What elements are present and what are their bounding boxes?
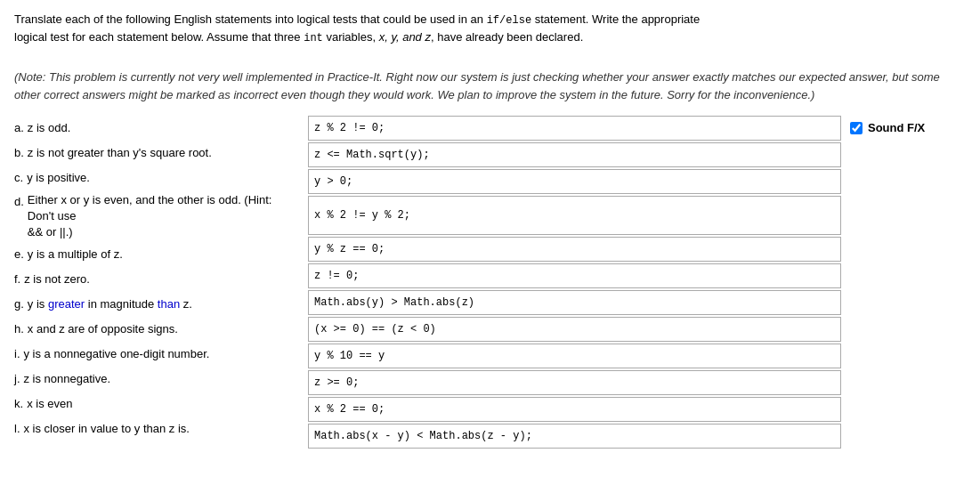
statement-i: i. y is a nonnegative one-digit number. <box>14 343 299 368</box>
text-e: y is a multiple of z. <box>28 247 123 263</box>
main-layout: a. z is odd. b. z is not greater than y'… <box>14 116 966 450</box>
text-j: z is nonnegative. <box>24 371 111 387</box>
intro-line1b: statement. Write the appropriate <box>531 12 700 26</box>
intro-line1: Translate each of the following English … <box>14 12 487 26</box>
prefix-a: a. <box>14 120 24 136</box>
prefix-h: h. <box>14 321 24 337</box>
prefix-l: l. <box>14 421 20 437</box>
answer-c[interactable] <box>308 169 841 194</box>
prefix-e: e. <box>14 247 24 263</box>
prefix-g: g. <box>14 296 24 312</box>
answer-b[interactable] <box>308 142 841 167</box>
text-d: Either x or y is even, and the other is … <box>28 192 299 241</box>
answer-e[interactable] <box>308 237 841 262</box>
text-i: y is a nonnegative one-digit number. <box>24 346 210 362</box>
answer-k[interactable] <box>308 397 841 422</box>
answer-g[interactable] <box>308 290 841 315</box>
statement-e: e. y is a multiple of z. <box>14 243 299 268</box>
answers-column <box>308 116 841 450</box>
statement-a: a. z is odd. <box>14 116 299 141</box>
text-b: z is not greater than y's square root. <box>28 145 212 161</box>
note-paragraph: (Note: This problem is currently not ver… <box>14 69 966 103</box>
answer-f[interactable] <box>308 263 841 288</box>
statements-column: a. z is odd. b. z is not greater than y'… <box>14 116 299 442</box>
keyword-ifelse: if/else <box>487 14 531 27</box>
text-l: x is closer in value to y than z is. <box>24 421 190 437</box>
statement-g: g. y is greater in magnitude than z. <box>14 293 299 318</box>
sound-fx-label: Sound F/X <box>868 121 925 134</box>
prefix-i: i. <box>14 346 20 362</box>
answer-l[interactable] <box>308 424 841 449</box>
statement-b: b. z is not greater than y's square root… <box>14 141 299 166</box>
text-h: x and z are of opposite signs. <box>28 321 178 337</box>
statement-d: d. Either x or y is even, and the other … <box>14 190 299 243</box>
prefix-f: f. <box>14 271 20 287</box>
statement-f: f. z is not zero. <box>14 268 299 293</box>
intro-line2b: variables, <box>323 30 379 44</box>
statement-l: l. x is closer in value to y than z is. <box>14 417 299 442</box>
intro-vars: x, y, and z <box>379 30 431 44</box>
prefix-c: c. <box>14 170 23 186</box>
statement-k: k. x is even <box>14 392 299 417</box>
statement-j: j. z is nonnegative. <box>14 368 299 392</box>
text-a: z is odd. <box>28 120 70 136</box>
prefix-k: k. <box>14 396 23 412</box>
statement-h: h. x and z are of opposite signs. <box>14 318 299 343</box>
text-k: x is even <box>27 396 72 412</box>
answer-h[interactable] <box>308 317 841 342</box>
sound-fx-checkbox[interactable] <box>850 122 863 134</box>
answer-j[interactable] <box>308 370 841 395</box>
answer-a[interactable] <box>308 116 841 141</box>
answer-d[interactable] <box>308 196 841 235</box>
keyword-int: int <box>304 32 323 44</box>
statement-c: c. y is positive. <box>14 166 299 190</box>
intro-paragraph: Translate each of the following English … <box>14 11 966 46</box>
answer-i[interactable] <box>308 344 841 368</box>
sound-fx-column: Sound F/X <box>850 116 966 134</box>
text-f: z is not zero. <box>24 271 90 287</box>
text-g: y is greater in magnitude than z. <box>28 296 192 312</box>
prefix-b: b. <box>14 145 24 161</box>
text-c: y is positive. <box>27 170 90 186</box>
intro-line2c: , have already been declared. <box>431 30 583 44</box>
sound-fx-container: Sound F/X <box>850 117 925 134</box>
prefix-d: d. <box>14 192 24 210</box>
intro-line2: logical test for each statement below. A… <box>14 30 304 44</box>
prefix-j: j. <box>14 371 20 387</box>
